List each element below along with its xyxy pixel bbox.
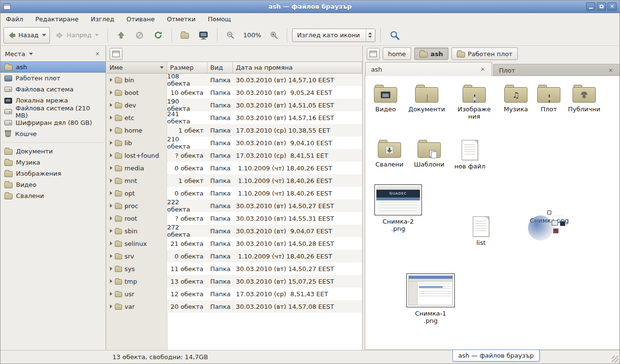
column-header-name[interactable]: Име — [107, 62, 167, 74]
breadcrumb-home[interactable]: home — [383, 47, 411, 60]
icon-folder-downloads[interactable]: Свалени — [369, 139, 410, 168]
menu-bookmarks[interactable]: Отметки — [167, 15, 195, 23]
tab-close-icon[interactable] — [479, 66, 486, 73]
zoom-in-button[interactable] — [266, 27, 282, 44]
titlebar[interactable]: ash — файлов браузър — [0, 0, 620, 13]
table-row[interactable]: sbin 272 обекта Папка 30.03.2010 (вт) 9,… — [107, 225, 362, 237]
sidebar-item-ash[interactable]: ash — [0, 61, 106, 73]
table-row[interactable]: root ? обекта Папка 30.03.2010 (вт) 14,5… — [107, 212, 362, 225]
breadcrumb-desktop[interactable]: Работен плот — [451, 47, 518, 60]
home-button[interactable] — [177, 27, 193, 44]
tab-ash[interactable]: ash — [365, 62, 492, 76]
table-row[interactable]: home 1 обект Папка 17.03.2010 (ср) 10,38… — [107, 124, 362, 136]
icon-new-file[interactable]: нов файл — [450, 140, 490, 170]
places-dropdown-caret-icon[interactable] — [29, 53, 33, 55]
table-row[interactable]: media 0 обекта Папка 1.10.2009 (чт) 18,4… — [107, 162, 362, 174]
icon-folder-public[interactable]: Публични — [564, 84, 604, 113]
column-header-modified[interactable]: Дата на промяна — [233, 62, 362, 74]
menu-help[interactable]: Помощ — [208, 15, 231, 23]
sidebar-item-pictures[interactable]: Изображения — [0, 168, 106, 179]
menu-edit[interactable]: Редактиране — [35, 15, 78, 23]
column-header-size[interactable]: Размер — [167, 62, 207, 74]
table-row[interactable]: srv 0 обекта Папка 1.10.2009 (чт) 18,40,… — [107, 250, 362, 262]
resize-grip[interactable] — [612, 356, 619, 363]
sidebar-item-desktop[interactable]: Работен плот — [0, 73, 106, 84]
places-title[interactable]: Места — [5, 50, 25, 58]
icon-snimka-2-png[interactable]: GUADEC Снимка-2.png — [374, 184, 422, 233]
expander-icon[interactable] — [110, 216, 112, 220]
tab-plot[interactable]: Плот — [493, 64, 620, 76]
expander-icon[interactable] — [110, 267, 112, 271]
breadcrumb-ash[interactable]: ash — [414, 47, 449, 60]
table-row[interactable]: proc 222 обекта Папка 30.03.2010 (вт) 14… — [107, 199, 362, 212]
table-row[interactable]: selinux 21 обекта Папка 30.03.2010 (вт) … — [107, 237, 362, 250]
table-row[interactable]: lost+found ? обекта Папка 17.03.2010 (ср… — [107, 149, 362, 162]
icon-folder-desktop[interactable]: Плот — [528, 84, 569, 113]
path-root-button[interactable] — [367, 48, 380, 60]
view-mode-combobox[interactable]: Изглед като икони — [292, 29, 375, 42]
expander-icon[interactable] — [110, 116, 112, 120]
expander-icon[interactable] — [110, 204, 112, 208]
sidebar-close-icon[interactable] — [93, 50, 101, 58]
menu-go[interactable]: Отиване — [126, 15, 155, 23]
table-row[interactable]: sys 11 обекта Папка 30.03.2010 (вт) 14,5… — [107, 262, 362, 275]
expander-icon[interactable] — [110, 292, 112, 296]
expander-icon[interactable] — [110, 242, 112, 245]
table-row[interactable]: lib 210 обекта Папка 30.03.2010 (вт) 9,0… — [107, 136, 362, 149]
table-row[interactable]: opt 0 обекта Папка 1.10.2009 (чт) 18,40,… — [107, 187, 362, 199]
expander-icon[interactable] — [110, 229, 112, 233]
expander-icon[interactable] — [110, 91, 112, 94]
expander-icon[interactable] — [110, 78, 112, 82]
sidebar-item-trash[interactable]: Кошче — [0, 128, 106, 139]
icon-grid[interactable]: Видео Документи Изображения Музика Плот … — [365, 76, 620, 350]
up-button[interactable] — [113, 27, 129, 44]
back-button[interactable]: Назад — [3, 27, 50, 44]
sidebar-item-filesystem-210mb[interactable]: Файлова система (210 MB) — [0, 106, 106, 117]
icon-folder-documents[interactable]: Документи — [406, 84, 447, 113]
expander-icon[interactable] — [110, 254, 112, 258]
expander-icon[interactable] — [110, 141, 112, 145]
expander-icon[interactable] — [110, 304, 112, 308]
stop-button[interactable] — [131, 27, 148, 44]
column-header-type[interactable]: Вид — [207, 62, 233, 74]
menu-file[interactable]: Файл — [6, 15, 23, 23]
expander-icon[interactable] — [110, 153, 112, 157]
expander-icon[interactable] — [110, 166, 112, 170]
forward-history-caret-icon[interactable] — [95, 34, 99, 36]
sidebar-item-videos[interactable]: Видео — [0, 179, 106, 190]
forward-button[interactable]: Напред — [52, 27, 103, 44]
menu-view[interactable]: Изглед — [91, 15, 114, 23]
back-history-caret-icon[interactable] — [42, 34, 46, 36]
table-row[interactable]: tmp 13 обекта Папка 30.03.2010 (вт) 15,0… — [107, 275, 362, 288]
expander-icon[interactable] — [110, 128, 112, 132]
minimize-button[interactable] — [586, 2, 595, 11]
location-toggle-button[interactable] — [109, 48, 123, 60]
icon-list-file[interactable]: list — [461, 216, 501, 247]
expander-icon[interactable] — [110, 191, 112, 195]
tab-close-icon[interactable] — [607, 67, 614, 74]
computer-button[interactable] — [195, 27, 212, 44]
table-row[interactable]: etc 241 обекта Папка 30.03.2010 (вт) 14,… — [107, 111, 362, 124]
sidebar-item-music[interactable]: Музика — [0, 157, 106, 168]
table-row[interactable]: dev 190 обекта Папка 30.03.2010 (вт) 14,… — [107, 99, 362, 111]
sidebar-item-downloads[interactable]: Свалени — [0, 190, 106, 201]
sidebar-item-encrypted-80gb[interactable]: Шифриран дял (80 GB) — [0, 117, 106, 128]
maximize-button[interactable] — [597, 2, 606, 11]
icon-folder-pictures[interactable]: Изображения — [456, 84, 492, 121]
icon-folder-video[interactable]: Видео — [365, 84, 406, 113]
icon-snimka-1-png[interactable]: Снимка-1.png — [406, 273, 455, 325]
sidebar-item-filesystem[interactable]: Файлова система — [0, 84, 106, 95]
expander-icon[interactable] — [110, 179, 112, 182]
icon-snimka-png[interactable]: GNOME Store Снимка.png — [524, 211, 574, 225]
table-row[interactable]: usr 12 обекта Папка 17.03.2010 (ср) 8,51… — [107, 288, 362, 300]
reload-button[interactable] — [150, 27, 167, 44]
table-row[interactable]: mnt 1 обект Папка 1.10.2009 (чт) 18,40,2… — [107, 174, 362, 187]
expander-icon[interactable] — [110, 103, 112, 107]
close-button[interactable] — [607, 2, 617, 11]
sidebar-item-documents[interactable]: Документи — [0, 146, 106, 157]
table-row[interactable]: boot 10 обекта Папка 30.03.2010 (вт) 9,0… — [107, 86, 362, 99]
search-button[interactable] — [386, 27, 404, 44]
table-row[interactable]: var 20 обекта Папка 30.03.2010 (вт) 14,5… — [107, 300, 362, 313]
expander-icon[interactable] — [110, 279, 112, 283]
zoom-out-button[interactable] — [222, 27, 238, 44]
